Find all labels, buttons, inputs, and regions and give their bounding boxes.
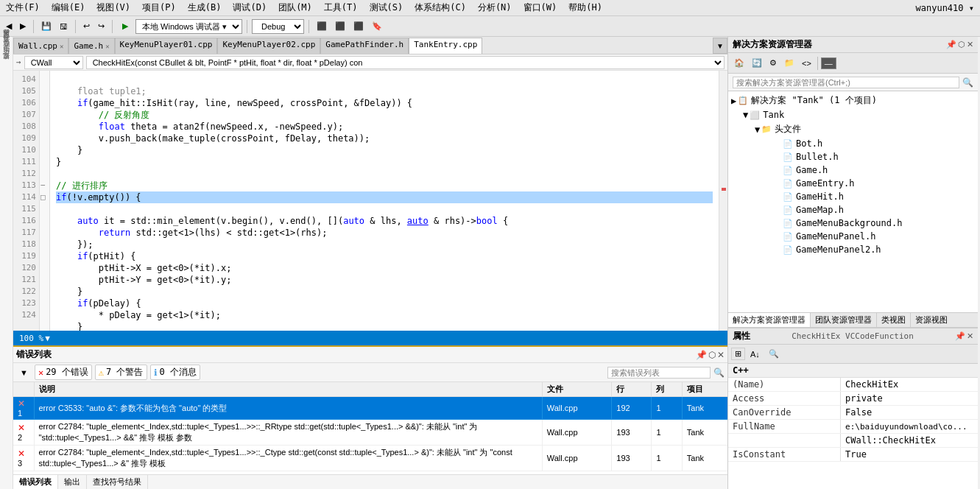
props-close-btn[interactable]: ✕ <box>967 331 973 341</box>
solution-search-btn[interactable]: 🔍 <box>962 77 973 88</box>
toolbar-step-over-btn[interactable]: ⬛ <box>314 20 330 32</box>
sol-toolbar-btn4[interactable]: 📁 <box>781 57 797 69</box>
right-panel-pin-btn[interactable]: 📌 <box>946 40 956 49</box>
tab-keymenu1[interactable]: KeyMenuPlayer01.cpp <box>115 38 218 54</box>
panel-close-btn[interactable]: ✕ <box>717 350 725 360</box>
props-pin-btn[interactable]: 📌 <box>955 331 965 341</box>
sol-tab-explorer[interactable]: 解决方案资源管理器 <box>728 313 811 327</box>
col-col[interactable]: 列 <box>652 382 682 397</box>
tree-headers-folder[interactable]: ▼ 📁 头文件 <box>728 122 978 137</box>
error-2-icon: ✕ <box>18 423 25 433</box>
tree-file-bullet-h[interactable]: 📄 Bullet.h <box>728 150 978 163</box>
menu-team[interactable]: 团队(M) <box>278 1 312 14</box>
menu-test[interactable]: 测试(S) <box>370 1 403 14</box>
toolbar-back-btn[interactable]: ◀ <box>3 20 15 32</box>
tab-gamepath[interactable]: GamePathFinder.h <box>320 38 409 54</box>
zoom-dropdown-icon[interactable]: ▼ <box>45 334 50 343</box>
menu-arch[interactable]: 体系结构(C) <box>415 1 466 14</box>
tree-solution-root[interactable]: ▶ 📋 解决方案 "Tank" (1 个项目) <box>728 93 978 108</box>
debug-mode-dropdown[interactable]: Debug <box>252 19 304 34</box>
tree-file-gamemenubg-h[interactable]: 📄 GameMenuBackground.h <box>728 217 978 230</box>
method-selector[interactable]: CheckHitEx(const CBullet & blt, PointF *… <box>86 56 725 69</box>
code-content[interactable]: float tuple1; if(game_hit::IsHit(ray, li… <box>50 71 719 331</box>
sidebar-watch-icon[interactable]: 监视 <box>0 63 13 66</box>
tab-game-h-close[interactable]: ✕ <box>105 43 109 50</box>
toolbar-save-btn[interactable]: 💾 <box>38 20 54 32</box>
search-error-input[interactable] <box>607 367 711 379</box>
col-line[interactable]: 行 <box>612 382 652 397</box>
debug-target-dropdown[interactable]: 本地 Windows 调试器 ▾ <box>135 19 242 34</box>
col-project[interactable]: 项目 <box>682 382 727 397</box>
props-search-btn[interactable]: 🔍 <box>765 348 783 360</box>
props-alpha-btn[interactable]: A↓ <box>747 348 764 360</box>
toolbar-redo-btn[interactable]: ↪ <box>95 20 107 32</box>
menu-help[interactable]: 帮助(H) <box>568 1 602 14</box>
sol-toolbar-btn3[interactable]: ⚙ <box>766 57 780 69</box>
debug-start-btn[interactable]: ▶ <box>117 20 133 32</box>
tab-tankentry[interactable]: TankEntry.cpp <box>409 38 482 54</box>
tree-file-gameentry-h[interactable]: 📄 GameEntry.h <box>728 177 978 190</box>
panel-pin-btn[interactable]: 📌 <box>696 350 707 360</box>
solution-search-input[interactable] <box>733 77 959 88</box>
sol-toolbar-btn5[interactable]: <> <box>799 57 814 69</box>
editor-scrollbar[interactable] <box>719 71 727 331</box>
menu-build[interactable]: 生成(B) <box>188 1 222 14</box>
sol-tab-resource[interactable]: 资源视图 <box>911 313 952 327</box>
tab-error-list[interactable]: 错误列表 <box>13 475 58 489</box>
tree-file-gamemenupanel-h[interactable]: 📄 GameMenuPanel.h <box>728 230 978 243</box>
tab-overflow-btn[interactable]: ▼ <box>713 38 727 54</box>
menu-file[interactable]: 文件(F) <box>6 1 40 14</box>
error-row-3[interactable]: ✕ 3 error C2784: "tuple_element<_Index,s… <box>13 446 727 471</box>
menu-window[interactable]: 窗口(W) <box>524 1 557 14</box>
menu-project[interactable]: 项目(P) <box>142 1 176 14</box>
toolbar-saveall-btn[interactable]: 🖫 <box>57 21 71 32</box>
col-file[interactable]: 文件 <box>542 382 612 397</box>
sidebar-toolbox-icon[interactable]: 工具箱 <box>0 46 13 49</box>
error-row-1[interactable]: ✕ 1 error C3533: "auto &": 参数不能为包含 "auto… <box>13 397 727 420</box>
menu-analyze[interactable]: 分析(N) <box>478 1 512 14</box>
tree-project[interactable]: ▼ ⬜ Tank <box>728 108 978 122</box>
class-selector[interactable]: CWall <box>24 56 83 69</box>
warning-count-badge[interactable]: ⚠ 7 个警告 <box>95 365 147 380</box>
tab-wall-cpp-close[interactable]: ✕ <box>60 43 63 50</box>
sol-tab-class[interactable]: 类视图 <box>877 313 911 327</box>
tree-file-bot-h[interactable]: 📄 Bot.h <box>728 137 978 150</box>
error-count-badge[interactable]: ✕ 29 个错误 <box>35 365 92 380</box>
tree-file-gamemenupanel2-h[interactable]: 📄 GameMenuPanel2.h <box>728 243 978 256</box>
sidebar-output-icon[interactable]: 输出 <box>0 57 13 60</box>
menu-view[interactable]: 视图(V) <box>96 1 130 14</box>
tree-file-gamemap-h[interactable]: 📄 GameMap.h <box>728 203 978 217</box>
info-count-badge[interactable]: ℹ 0 个消息 <box>150 365 200 380</box>
menu-edit[interactable]: 编辑(E) <box>52 1 85 14</box>
zoom-control[interactable]: 100 % ▼ <box>19 334 50 343</box>
right-panel-float-btn[interactable]: ⬡ <box>958 40 965 49</box>
toolbar-bookmark-btn[interactable]: 🔖 <box>369 20 385 32</box>
panel-float-btn[interactable]: ⬡ <box>708 350 716 360</box>
toolbar-step-in-btn[interactable]: ⬛ <box>332 20 348 32</box>
tree-file-game-h[interactable]: 📄 Game.h <box>728 163 978 177</box>
sidebar-server-explorer-icon[interactable]: 服务器 <box>0 40 13 43</box>
tab-wall-cpp[interactable]: Wall.cpp ✕ <box>13 38 68 54</box>
tab-find-results[interactable]: 查找符号结果 <box>87 475 148 489</box>
sol-toolbar-btn1[interactable]: 🏠 <box>731 57 747 69</box>
tree-file-gamehit-h[interactable]: 📄 GameHit.h <box>728 190 978 203</box>
props-categorized-btn[interactable]: ⊞ <box>731 348 745 360</box>
toolbar-fwd-btn[interactable]: ▶ <box>17 20 29 32</box>
sol-toolbar-btn2[interactable]: 🔄 <box>749 57 765 69</box>
filter-dropdown-btn[interactable]: ▼ <box>16 367 32 379</box>
menu-tools[interactable]: 工具(T) <box>324 1 358 14</box>
toolbar-undo-btn[interactable]: ↩ <box>80 20 93 32</box>
col-desc[interactable]: 说明 <box>34 382 542 397</box>
toolbar-step-out-btn[interactable]: ⬛ <box>350 20 367 32</box>
tab-keymenu2[interactable]: KeyMenuPlayer02.cpp <box>217 38 320 54</box>
tab-output[interactable]: 输出 <box>58 475 87 489</box>
user-account[interactable]: wanyun410 ▾ <box>916 3 974 13</box>
search-error-btn[interactable]: 🔍 <box>713 367 725 378</box>
sidebar-breakpoints-icon[interactable]: 断点 <box>0 52 13 54</box>
sol-toolbar-minus-btn[interactable]: — <box>821 57 836 69</box>
tab-game-h[interactable]: Game.h ✕ <box>68 38 114 54</box>
sol-tab-team[interactable]: 团队资源管理器 <box>811 313 877 327</box>
menu-debug[interactable]: 调试(D) <box>233 1 267 14</box>
right-panel-close-btn[interactable]: ✕ <box>967 40 973 49</box>
error-row-2[interactable]: ✕ 2 error C2784: "tuple_element<_Index,s… <box>13 420 727 446</box>
